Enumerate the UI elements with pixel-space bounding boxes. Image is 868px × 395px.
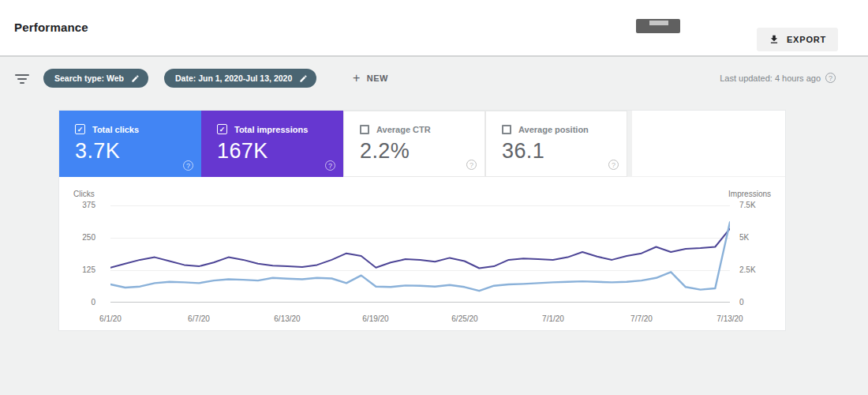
- checkbox-checked-icon[interactable]: ✓: [75, 124, 85, 134]
- metric-card-value: 36.1: [502, 139, 627, 164]
- date-range-chip[interactable]: Date: Jun 1, 2020-Jul 13, 2020: [164, 69, 316, 88]
- x-axis-tick: 6/19/20: [362, 314, 388, 323]
- help-icon[interactable]: ?: [325, 160, 335, 171]
- metric-card-total-impressions[interactable]: ✓ Total impressions 167K ?: [201, 111, 343, 177]
- metric-card-average-ctr[interactable]: Average CTR 2.2% ?: [343, 111, 485, 177]
- x-axis-tick: 6/13/20: [274, 314, 300, 323]
- metric-card-total-clicks[interactable]: ✓ Total clicks 3.7K ?: [59, 111, 201, 177]
- edit-pencil-icon: [299, 74, 308, 83]
- help-icon[interactable]: ?: [825, 73, 836, 83]
- help-icon[interactable]: ?: [608, 160, 619, 170]
- x-axis-tick: 6/1/20: [99, 314, 122, 323]
- export-label: EXPORT: [787, 35, 826, 44]
- right-axis-tick: 7.5K: [739, 201, 756, 210]
- x-axis-tick: 7/1/20: [542, 314, 564, 323]
- search-type-chip-label: Search type: Web: [54, 73, 124, 83]
- metric-card-average-position[interactable]: Average position 36.1 ?: [485, 111, 627, 177]
- x-axis-tick: 6/7/20: [188, 314, 210, 323]
- x-axis-tick: 7/7/20: [630, 314, 653, 323]
- left-axis-tick: 125: [59, 265, 95, 275]
- last-updated: Last updated: 4 hours ago ?: [720, 73, 836, 83]
- edit-pencil-icon: [131, 74, 140, 83]
- metric-card-label: Average CTR: [376, 125, 431, 134]
- left-axis-tick: 375: [59, 201, 95, 210]
- right-axis-tick: 5K: [739, 233, 749, 243]
- performance-panel: ✓ Total clicks 3.7K ? ✓ Total impression…: [59, 111, 785, 330]
- checkbox-unchecked-icon[interactable]: [502, 125, 511, 134]
- performance-page: Performance EXPORT Search type: Web Date…: [0, 0, 868, 395]
- search-type-chip[interactable]: Search type: Web: [43, 69, 148, 88]
- content-area: ✓ Total clicks 3.7K ? ✓ Total impression…: [0, 100, 868, 395]
- right-axis-tick: 0: [739, 298, 744, 307]
- download-icon: [769, 34, 780, 45]
- checkbox-checked-icon[interactable]: ✓: [217, 124, 227, 134]
- metric-card-empty-slot: [632, 111, 785, 177]
- right-axis-title: Impressions: [728, 190, 771, 198]
- last-updated-text: Last updated: 4 hours ago: [720, 73, 821, 83]
- date-range-chip-label: Date: Jun 1, 2020-Jul 13, 2020: [175, 73, 292, 83]
- metric-card-value: 167K: [217, 139, 343, 164]
- help-icon[interactable]: ?: [183, 160, 193, 171]
- metric-card-label: Total impressions: [234, 125, 308, 134]
- left-axis-title: Clicks: [73, 190, 95, 198]
- metric-card-value: 2.2%: [360, 139, 485, 164]
- metric-card-label: Average position: [518, 125, 589, 134]
- left-axis-tick: 0: [59, 298, 95, 307]
- metric-card-value: 3.7K: [75, 139, 201, 164]
- filter-icon[interactable]: [15, 74, 29, 84]
- x-axis-tick: 6/25/20: [451, 314, 477, 323]
- new-filter-button[interactable]: + NEW: [353, 69, 388, 88]
- right-axis-tick: 2.5K: [739, 265, 756, 275]
- series-total-impressions: [110, 229, 730, 269]
- new-filter-label: NEW: [367, 73, 388, 83]
- plus-icon: +: [353, 72, 361, 85]
- filter-bar: Search type: Web Date: Jun 1, 2020-Jul 1…: [0, 57, 868, 100]
- left-axis-tick: 250: [59, 233, 95, 243]
- performance-chart[interactable]: [110, 205, 730, 303]
- page-title: Performance: [14, 21, 88, 34]
- series-total-clicks: [110, 222, 730, 291]
- help-icon[interactable]: ?: [466, 160, 477, 170]
- header: Performance EXPORT: [0, 0, 868, 55]
- x-axis-tick: 7/13/20: [716, 314, 743, 323]
- metric-card-label: Total clicks: [92, 125, 139, 134]
- tooltip-artifact: [636, 19, 680, 33]
- checkbox-unchecked-icon[interactable]: [360, 125, 369, 134]
- export-button[interactable]: EXPORT: [757, 28, 838, 51]
